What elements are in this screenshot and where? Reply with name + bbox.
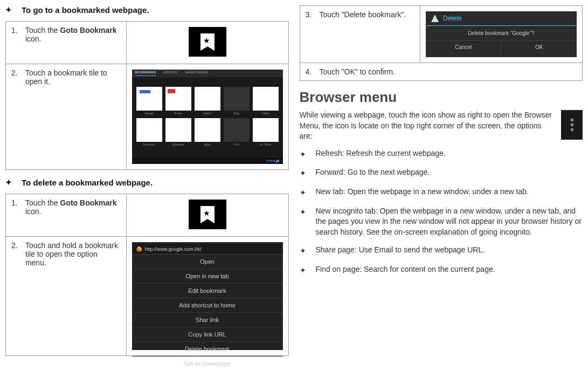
step-text: Touch "OK" to confirm. <box>319 67 577 76</box>
list-item: ✦Find on page: Search for content on the… <box>300 264 583 276</box>
cancel-button: Cancel <box>426 41 502 53</box>
step-text: Touch a bookmark tile to open it. <box>25 68 121 86</box>
step-num: 1. <box>11 26 23 35</box>
star-icon: ✦ <box>300 149 306 160</box>
browser-menu-heading: Browser menu <box>300 89 583 106</box>
star-icon: ✦ <box>300 207 306 218</box>
step-num: 4. <box>306 67 317 76</box>
heading-goto-bookmarked: ✦ To go to a bookmarked webpage. <box>5 5 289 15</box>
step-num: 2. <box>11 68 23 77</box>
heading-text: To go to a bookmarked webpage. <box>22 5 149 15</box>
step-cell: 4. Touch "OK" to confirm. <box>300 63 583 81</box>
warning-icon <box>431 15 439 22</box>
bookmark-tiles-screenshot: BOOKMARKS HISTORY SAVED PAGES Google Pic… <box>132 70 283 164</box>
context-menu-screenshot: http://www.google.com.hk/ Open Open in n… <box>132 242 283 350</box>
bookmark-icon: ★ <box>189 200 226 229</box>
star-icon: ✦ <box>300 265 306 276</box>
step-image-cell: Delete Delete bookmark "Google"? Cancel … <box>420 6 583 63</box>
heading-text: To delete a bookmarked webpage. <box>22 178 153 187</box>
star-icon: ✦ <box>5 178 12 187</box>
step-text: Touch the Goto Bookmark icon. <box>25 26 121 43</box>
goto-bookmark-table: 1. Touch the Goto Bookmark icon. ★ 2. To… <box>5 21 289 170</box>
step-image-cell: ★ <box>126 22 288 64</box>
star-icon: ✦ <box>300 246 306 257</box>
step-num: 1. <box>11 198 23 207</box>
step-cell: 3. Touch "Delete bookmark". <box>300 6 420 63</box>
step-image-cell: http://www.google.com.hk/ Open Open in n… <box>126 237 288 356</box>
step-num: 3. <box>306 10 317 19</box>
bookmark-icon: ★ <box>189 27 226 57</box>
right-column: 3. Touch "Delete bookmark". Delete Delet… <box>300 5 583 364</box>
ok-button: OK <box>502 41 577 53</box>
step-cell: 2. Touch a bookmark tile to open it. <box>6 64 127 170</box>
delete-confirm-table: 3. Touch "Delete bookmark". Delete Delet… <box>300 5 583 81</box>
list-item: ✦Refresh: Refresh the current webpage. <box>300 148 583 160</box>
delete-bookmark-table: 1. Touch the Goto Bookmark icon. ★ 2. To… <box>5 194 289 356</box>
step-cell: 1. Touch the Goto Bookmark icon. <box>6 22 127 64</box>
star-icon: ✦ <box>5 5 12 14</box>
star-icon: ✦ <box>300 168 306 179</box>
step-cell: 2. Touch and hold a bookmark tile to ope… <box>6 237 127 356</box>
step-text: Touch and hold a bookmark tile to open t… <box>25 241 121 267</box>
step-num: 2. <box>11 241 23 250</box>
step-text: Touch the Goto Bookmark icon. <box>25 198 121 216</box>
list-item: ✦Share page: Use Email to send the webpa… <box>300 245 583 257</box>
left-column: ✦ To go to a bookmarked webpage. 1. Touc… <box>5 5 289 364</box>
menu-dots-icon <box>561 110 583 140</box>
list-item: ✦New tab: Open the webpage in a new wind… <box>300 187 583 198</box>
step-cell: 1. Touch the Goto Bookmark icon. <box>6 194 127 237</box>
list-item: ✦Forward: Go to the next webpage. <box>300 167 583 179</box>
step-image-cell: BOOKMARKS HISTORY SAVED PAGES Google Pic… <box>126 64 288 170</box>
heading-delete-bookmarked: ✦ To delete a bookmarked webpage. <box>5 178 289 187</box>
intro-row: While viewing a webpage, touch the icon … <box>300 110 583 142</box>
intro-text: While viewing a webpage, touch the icon … <box>300 110 556 142</box>
star-icon: ✦ <box>300 188 306 198</box>
step-image-cell: ★ <box>126 194 288 237</box>
browser-menu-options: ✦Refresh: Refresh the current webpage. ✦… <box>300 148 583 276</box>
delete-dialog-screenshot: Delete Delete bookmark "Google"? Cancel … <box>426 11 577 57</box>
list-item: ✦New incognito tab: Open the webpage in … <box>300 206 583 238</box>
step-text: Touch "Delete bookmark". <box>319 10 414 19</box>
